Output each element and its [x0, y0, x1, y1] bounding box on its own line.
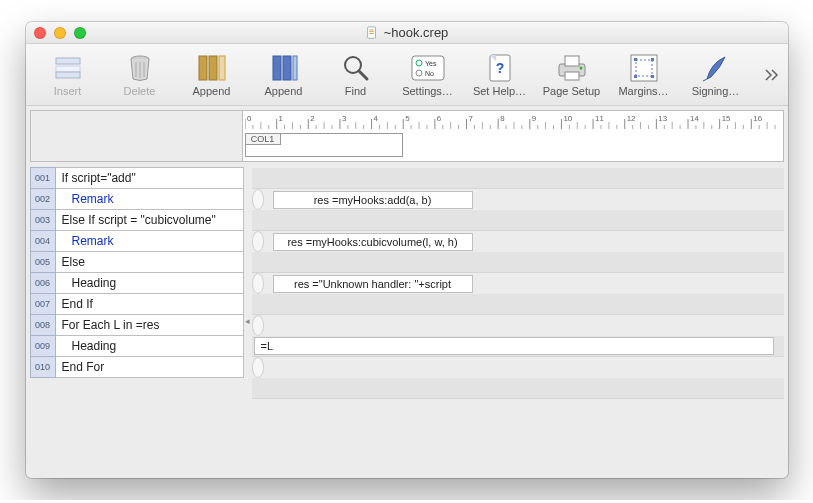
- feather-icon: [701, 53, 731, 83]
- line-text[interactable]: Else: [56, 251, 244, 273]
- script-line[interactable]: 006Heading: [30, 273, 244, 294]
- svg-rect-4: [56, 58, 80, 64]
- line-number: 005: [30, 251, 56, 273]
- line-text[interactable]: Else If script = "cubicvolume": [56, 209, 244, 231]
- margins-button[interactable]: Margins…: [608, 46, 680, 104]
- svg-rect-29: [565, 72, 579, 80]
- script-line[interactable]: 010End For: [30, 357, 244, 378]
- settings-icon: YesNo: [411, 55, 445, 81]
- minimize-icon[interactable]: [54, 27, 66, 39]
- line-text[interactable]: End If: [56, 293, 244, 315]
- script-line[interactable]: 004Remark: [30, 231, 244, 252]
- svg-text:Yes: Yes: [425, 60, 437, 67]
- grid-cell[interactable]: =L: [254, 337, 774, 355]
- printer-icon: [555, 54, 589, 82]
- svg-rect-27: [565, 56, 579, 66]
- column-header[interactable]: COL1: [245, 133, 403, 157]
- svg-text:10: 10: [563, 114, 572, 123]
- vertical-splitter[interactable]: ◂: [244, 168, 252, 474]
- delete-button[interactable]: Delete: [104, 46, 176, 104]
- svg-text:No: No: [425, 70, 434, 77]
- svg-rect-0: [367, 26, 375, 37]
- grid-row: [252, 252, 784, 273]
- svg-rect-3: [369, 33, 373, 34]
- svg-rect-16: [293, 56, 297, 80]
- svg-text:12: 12: [626, 114, 635, 123]
- grid-cell[interactable]: res ="Unknown handler: "+script: [273, 275, 473, 293]
- grid-row: =L: [252, 336, 784, 357]
- line-text[interactable]: Heading: [56, 272, 244, 294]
- svg-text:5: 5: [405, 114, 410, 123]
- svg-line-18: [359, 71, 367, 79]
- col1-tab[interactable]: COL1: [245, 133, 281, 145]
- svg-rect-32: [634, 58, 637, 61]
- svg-text:15: 15: [721, 114, 730, 123]
- grid-row: [252, 294, 784, 315]
- svg-text:4: 4: [373, 114, 378, 123]
- append-rows-icon: [197, 54, 227, 82]
- append-button-2[interactable]: Append: [248, 46, 320, 104]
- content-area: 012345678910111213141516 COL1 001If scri…: [26, 106, 788, 478]
- svg-point-28: [579, 66, 582, 69]
- svg-rect-34: [634, 75, 637, 78]
- script-line[interactable]: 002Remark: [30, 189, 244, 210]
- svg-text:6: 6: [436, 114, 441, 123]
- zoom-icon[interactable]: [74, 27, 86, 39]
- ruler-panel: 012345678910111213141516 COL1: [30, 110, 784, 162]
- insert-button[interactable]: Insert: [32, 46, 104, 104]
- line-text[interactable]: If script="add": [56, 167, 244, 189]
- close-icon[interactable]: [34, 27, 46, 39]
- grid-row: [252, 315, 264, 336]
- svg-text:14: 14: [690, 114, 699, 123]
- script-outline: 001If script="add"002Remark003Else If sc…: [30, 168, 244, 474]
- titlebar: ~hook.crep: [26, 22, 788, 44]
- overflow-button[interactable]: [762, 69, 782, 81]
- grid-cell[interactable]: res =myHooks:cubicvolume(l, w, h): [273, 233, 473, 251]
- svg-text:2: 2: [310, 114, 315, 123]
- line-number: 010: [30, 356, 56, 378]
- grid-row: [252, 168, 784, 189]
- script-line[interactable]: 008For Each L in =res: [30, 315, 244, 336]
- script-line[interactable]: 001If script="add": [30, 168, 244, 189]
- pagesetup-button[interactable]: Page Setup: [536, 46, 608, 104]
- insert-icon: [52, 54, 84, 82]
- settings-button[interactable]: YesNo Settings…: [392, 46, 464, 104]
- line-text[interactable]: For Each L in =res: [56, 314, 244, 336]
- margins-icon: [629, 53, 659, 83]
- line-text[interactable]: End For: [56, 356, 244, 378]
- line-number: 001: [30, 167, 56, 189]
- svg-rect-5: [56, 66, 80, 72]
- svg-text:9: 9: [531, 114, 536, 123]
- find-button[interactable]: Find: [320, 46, 392, 104]
- value-grid: res =myHooks:add(a, b)res =myHooks:cubic…: [252, 168, 784, 474]
- svg-text:1: 1: [278, 114, 283, 123]
- svg-text:8: 8: [500, 114, 505, 123]
- script-line[interactable]: 003Else If script = "cubicvolume": [30, 210, 244, 231]
- line-number: 002: [30, 188, 56, 210]
- append-button-1[interactable]: Append: [176, 46, 248, 104]
- line-text[interactable]: Remark: [56, 188, 244, 210]
- line-number: 008: [30, 314, 56, 336]
- svg-text:?: ?: [495, 60, 504, 76]
- svg-rect-6: [56, 72, 80, 78]
- document-icon: [365, 26, 379, 40]
- svg-text:13: 13: [658, 114, 667, 123]
- window-title: ~hook.crep: [384, 25, 449, 40]
- script-line[interactable]: 007End If: [30, 294, 244, 315]
- signing-button[interactable]: Signing…: [680, 46, 752, 104]
- line-text[interactable]: Remark: [56, 230, 244, 252]
- line-number: 004: [30, 230, 56, 252]
- svg-text:16: 16: [753, 114, 762, 123]
- svg-text:11: 11: [595, 114, 604, 123]
- script-line[interactable]: 009Heading: [30, 336, 244, 357]
- line-text[interactable]: Heading: [56, 335, 244, 357]
- script-line[interactable]: 005Else: [30, 252, 244, 273]
- sethelp-button[interactable]: ? Set Help…: [464, 46, 536, 104]
- svg-line-36: [703, 79, 707, 81]
- line-number: 006: [30, 272, 56, 294]
- chevron-right-icon: [765, 69, 779, 81]
- horizontal-ruler: 012345678910111213141516: [245, 113, 779, 131]
- svg-rect-12: [209, 56, 217, 80]
- grid-cell[interactable]: res =myHooks:add(a, b): [273, 191, 473, 209]
- svg-text:0: 0: [246, 114, 251, 123]
